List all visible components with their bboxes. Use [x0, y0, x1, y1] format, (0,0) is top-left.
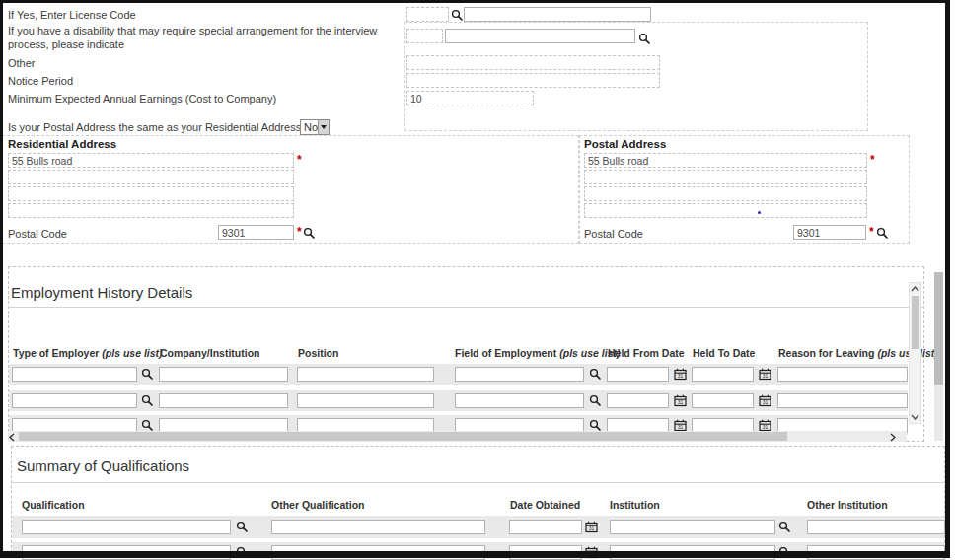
- held-to-date-input[interactable]: [692, 367, 754, 382]
- divider: [11, 482, 945, 483]
- other-qualification-input[interactable]: [271, 545, 485, 560]
- residential-address-title: Residential Address: [8, 138, 116, 150]
- col-date-obtained: Date Obtained: [510, 499, 580, 511]
- postal-line3-input[interactable]: [584, 186, 867, 201]
- svg-text:31: 31: [763, 424, 769, 430]
- residential-line1-input[interactable]: [8, 153, 294, 168]
- search-icon[interactable]: [589, 394, 602, 407]
- svg-text:31: 31: [589, 551, 595, 557]
- search-icon[interactable]: [236, 546, 249, 559]
- scrollbar-thumb[interactable]: [19, 432, 787, 441]
- position-input[interactable]: [297, 367, 434, 382]
- employment-history-title: Employment History Details: [11, 284, 192, 301]
- search-icon[interactable]: [141, 368, 154, 381]
- search-icon[interactable]: [778, 521, 791, 533]
- company-institution-input[interactable]: [159, 367, 288, 382]
- employment-row: 31 31: [9, 391, 908, 413]
- postal-line4-input[interactable]: [584, 203, 867, 218]
- scroll-up-icon[interactable]: [911, 286, 919, 292]
- calendar-icon[interactable]: 31: [585, 546, 598, 559]
- postal-same-select[interactable]: No: [300, 119, 330, 135]
- position-input[interactable]: [297, 393, 434, 408]
- institution-input[interactable]: [610, 545, 775, 560]
- calendar-icon[interactable]: 31: [674, 394, 687, 407]
- search-icon[interactable]: [876, 227, 889, 240]
- residential-line2-input[interactable]: [8, 170, 294, 184]
- residential-postal-code-input[interactable]: [218, 225, 294, 240]
- page-scrollbar[interactable]: [934, 272, 943, 441]
- scrollbar-thumb[interactable]: [934, 272, 943, 385]
- date-obtained-input[interactable]: [509, 520, 582, 534]
- disability-code-input[interactable]: [406, 29, 443, 43]
- disability-desc-input[interactable]: [445, 29, 635, 43]
- application-form-page: If Yes, Enter License Code If you have a…: [0, 0, 955, 560]
- scrollbar-thumb[interactable]: [912, 296, 919, 349]
- calendar-icon[interactable]: 31: [674, 368, 687, 381]
- col-institution: Institution: [610, 499, 660, 511]
- type-of-employer-input[interactable]: [12, 367, 137, 382]
- residential-line4-input[interactable]: [8, 203, 294, 218]
- search-icon[interactable]: [638, 33, 651, 45]
- search-icon[interactable]: [451, 9, 464, 22]
- postal-line1-input[interactable]: [584, 153, 867, 168]
- calendar-icon[interactable]: 31: [759, 394, 771, 407]
- notice-period-input[interactable]: [406, 73, 660, 88]
- other-institution-input[interactable]: [807, 545, 945, 560]
- postal-postal-code-input[interactable]: [793, 225, 866, 240]
- col-field-of-employment: Field of Employment(pls use list): [455, 347, 621, 359]
- required-asterisk: *: [870, 155, 875, 165]
- search-icon[interactable]: [303, 227, 316, 240]
- field-of-employment-input[interactable]: [455, 367, 584, 382]
- qualification-row: 31: [12, 518, 944, 539]
- svg-text:31: 31: [763, 399, 769, 405]
- institution-input[interactable]: [610, 520, 775, 534]
- scroll-right-icon[interactable]: [890, 433, 896, 442]
- required-asterisk: *: [297, 227, 302, 237]
- col-company-institution: Company/Institution: [160, 347, 263, 359]
- employment-vertical-scrollbar[interactable]: [909, 282, 921, 424]
- svg-text:31: 31: [589, 525, 595, 531]
- earnings-input[interactable]: [406, 91, 534, 105]
- svg-text:31: 31: [678, 373, 684, 379]
- reason-for-leaving-input[interactable]: [777, 393, 908, 408]
- other-input[interactable]: [406, 55, 660, 70]
- qualifications-title: Summary of Qualifications: [17, 457, 189, 474]
- col-type-of-employer: Type of Employer(pls use list): [13, 347, 163, 359]
- search-icon[interactable]: [589, 368, 602, 381]
- svg-text:31: 31: [678, 399, 684, 405]
- postal-line2-input[interactable]: [584, 170, 867, 184]
- search-icon[interactable]: [236, 521, 249, 533]
- license-code-label: If Yes, Enter License Code: [8, 8, 136, 22]
- other-qualification-input[interactable]: [271, 520, 485, 534]
- postal-postal-code-label: Postal Code: [584, 227, 643, 241]
- qualification-input[interactable]: [22, 520, 231, 534]
- calendar-icon[interactable]: 31: [759, 368, 771, 381]
- other-institution-input[interactable]: [807, 520, 945, 534]
- col-other-qualification: Other Qualification: [271, 499, 365, 511]
- qualification-row: 31: [12, 543, 944, 560]
- qualification-input[interactable]: [22, 545, 231, 560]
- license-code-desc-input[interactable]: [464, 7, 651, 22]
- license-code-input[interactable]: [406, 7, 449, 22]
- required-asterisk: *: [869, 227, 874, 237]
- company-institution-input[interactable]: [159, 393, 288, 408]
- postal-address-title: Postal Address: [584, 138, 666, 150]
- col-held-from-date: Held From Date: [608, 347, 688, 359]
- type-of-employer-input[interactable]: [12, 393, 137, 408]
- calendar-icon[interactable]: 31: [585, 521, 598, 533]
- chevron-down-icon[interactable]: [318, 120, 329, 134]
- residential-line3-input[interactable]: [8, 186, 294, 201]
- held-from-date-input[interactable]: [607, 367, 669, 382]
- scroll-down-icon[interactable]: [911, 414, 919, 420]
- field-of-employment-input[interactable]: [455, 393, 584, 408]
- scroll-left-icon[interactable]: [9, 433, 15, 442]
- disability-label: If you have a disability that may requir…: [8, 24, 408, 51]
- held-to-date-input[interactable]: [692, 393, 754, 408]
- date-obtained-input[interactable]: [509, 545, 582, 560]
- search-icon[interactable]: [141, 394, 154, 407]
- reason-for-leaving-input[interactable]: [777, 367, 908, 382]
- held-from-date-input[interactable]: [607, 393, 669, 408]
- other-label: Other: [8, 56, 36, 70]
- employment-horizontal-scrollbar[interactable]: [8, 431, 907, 442]
- search-icon[interactable]: [778, 546, 791, 559]
